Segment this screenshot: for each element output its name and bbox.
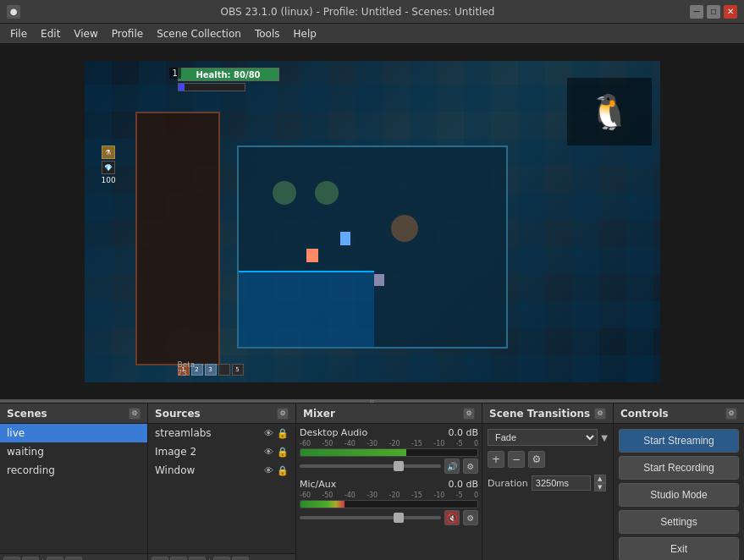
source-icons-image2: 👁 🔒 bbox=[264, 447, 289, 458]
transitions-select-row: Fade Cut Swipe Slide ▼ bbox=[488, 429, 608, 446]
duration-spinners: ▲ ▼ bbox=[594, 475, 606, 491]
start-recording-button[interactable]: Start Recording bbox=[619, 456, 739, 480]
mic-meter-fill bbox=[300, 501, 344, 508]
settings-button[interactable]: Settings bbox=[619, 510, 739, 534]
transitions-content: Fade Cut Swipe Slide ▼ + − ⚙ Duration ▲ … bbox=[482, 424, 613, 560]
desktop-audio-header: Desktop Audio 0.0 dB bbox=[300, 427, 478, 438]
scene-item-waiting[interactable]: waiting bbox=[0, 442, 147, 461]
menu-profile[interactable]: Profile bbox=[105, 26, 150, 41]
room-side bbox=[135, 112, 220, 365]
mic-mute-btn[interactable]: 🔇 bbox=[444, 510, 460, 525]
transitions-add-button[interactable]: + bbox=[488, 451, 504, 468]
transitions-dropdown-icon: ▼ bbox=[601, 433, 608, 442]
menu-file[interactable]: File bbox=[3, 26, 34, 41]
duration-input[interactable] bbox=[532, 475, 591, 491]
scenes-add-button[interactable]: + bbox=[3, 557, 20, 560]
room-main bbox=[237, 145, 508, 349]
source-lock-icon-2[interactable]: 🔒 bbox=[277, 447, 289, 458]
scenes-config-icon[interactable]: ⚙ bbox=[129, 408, 141, 420]
controls-panel-header: Controls ⚙ bbox=[614, 404, 744, 424]
menu-edit[interactable]: Edit bbox=[34, 26, 67, 41]
scenes-remove-button[interactable]: − bbox=[22, 557, 39, 560]
transitions-panel-icons: ⚙ bbox=[594, 408, 606, 420]
desktop-audio-btn[interactable]: 🔊 bbox=[444, 458, 460, 474]
desktop-fader: 🔊 ⚙ bbox=[300, 458, 478, 474]
scenes-title: Scenes bbox=[7, 408, 47, 420]
transitions-actions: + − ⚙ bbox=[488, 451, 608, 468]
sources-down-button[interactable]: ∨ bbox=[232, 557, 249, 560]
mixer-config-icon[interactable]: ⚙ bbox=[463, 408, 475, 420]
scenes-panel: Scenes ⚙ live waiting recording + − ∧ ∨ bbox=[0, 404, 148, 560]
source-item-image2[interactable]: Image 2 👁 🔒 bbox=[148, 442, 295, 461]
transitions-panel: Scene Transitions ⚙ Fade Cut Swipe Slide… bbox=[482, 404, 614, 560]
close-button[interactable]: ✕ bbox=[724, 5, 737, 19]
desktop-settings-btn[interactable]: ⚙ bbox=[463, 458, 478, 474]
mic-aux-db: 0.0 dB bbox=[448, 479, 478, 490]
duration-up-button[interactable]: ▲ bbox=[594, 475, 606, 483]
source-name-image2: Image 2 bbox=[155, 446, 264, 458]
menu-view[interactable]: View bbox=[67, 26, 104, 41]
start-streaming-button[interactable]: Start Streaming bbox=[619, 429, 739, 453]
transitions-remove-button[interactable]: − bbox=[508, 451, 525, 468]
controls-config-icon[interactable]: ⚙ bbox=[725, 408, 737, 420]
controls-panel-icons: ⚙ bbox=[725, 408, 737, 420]
source-lock-icon-3[interactable]: 🔒 bbox=[277, 465, 289, 476]
mic-aux-name: Mic/Aux bbox=[300, 479, 336, 490]
mic-settings-btn[interactable]: ⚙ bbox=[463, 510, 478, 525]
studio-mode-button[interactable]: Studio Mode bbox=[619, 483, 739, 507]
transitions-config-button[interactable]: ⚙ bbox=[528, 451, 545, 468]
scenes-up-button[interactable]: ∧ bbox=[47, 557, 63, 560]
source-eye-icon-3[interactable]: 👁 bbox=[264, 465, 273, 476]
transitions-select[interactable]: Fade Cut Swipe Slide bbox=[488, 429, 598, 446]
sources-settings-button[interactable]: ⚙ bbox=[189, 557, 206, 560]
mixer-title: Mixer bbox=[303, 408, 335, 420]
scenes-down-button[interactable]: ∨ bbox=[65, 557, 82, 560]
sources-title: Sources bbox=[155, 408, 201, 420]
transitions-title: Scene Transitions bbox=[489, 408, 590, 420]
menu-help[interactable]: Help bbox=[286, 26, 322, 41]
scenes-toolbar: + − ∧ ∨ bbox=[0, 553, 147, 560]
desktop-audio-db: 0.0 dB bbox=[448, 427, 478, 438]
duration-down-button[interactable]: ▼ bbox=[594, 483, 606, 491]
exit-button[interactable]: Exit bbox=[619, 537, 739, 560]
menu-tools[interactable]: Tools bbox=[248, 26, 287, 41]
source-name-window: Window bbox=[155, 464, 264, 476]
desktop-fader-thumb[interactable] bbox=[394, 461, 404, 471]
source-eye-icon[interactable]: 👁 bbox=[264, 428, 273, 439]
titlebar: ● OBS 23.1.0 (linux) - Profile: Untitled… bbox=[0, 0, 744, 24]
game-canvas: Health: 80/80 1 ⚗ 💎 100 🐧 1 2 3 5 Beta 7… bbox=[85, 61, 660, 382]
scenes-panel-icons: ⚙ bbox=[129, 408, 141, 420]
source-item-window[interactable]: Window 👁 🔒 bbox=[148, 461, 295, 480]
transitions-config-icon[interactable]: ⚙ bbox=[594, 408, 606, 420]
hud-level: 1 bbox=[169, 68, 181, 79]
source-eye-icon-2[interactable]: 👁 bbox=[264, 447, 273, 458]
sources-remove-button[interactable]: − bbox=[170, 557, 187, 560]
minimize-button[interactable]: ─ bbox=[690, 5, 703, 19]
bottom-panels: Scenes ⚙ live waiting recording + − ∧ ∨ … bbox=[0, 403, 744, 560]
source-icons-window: 👁 🔒 bbox=[264, 465, 289, 476]
sources-up-button[interactable]: ∧ bbox=[213, 557, 230, 560]
sources-panel: Sources ⚙ streamlabs 👁 🔒 Image 2 👁 🔒 bbox=[148, 404, 296, 560]
mixer-channel-mic: Mic/Aux 0.0 dB -60-50-40-30-20-15-10-50 … bbox=[300, 479, 478, 525]
sources-add-button[interactable]: + bbox=[152, 557, 168, 560]
window-title: OBS 23.1.0 (linux) - Profile: Untitled -… bbox=[25, 6, 690, 18]
scene-item-recording[interactable]: recording bbox=[0, 461, 147, 480]
menu-scene-collection[interactable]: Scene Collection bbox=[150, 26, 248, 41]
sources-panel-icons: ⚙ bbox=[277, 408, 289, 420]
mic-meter-scale: -60-50-40-30-20-15-10-50 bbox=[300, 491, 478, 499]
maximize-button[interactable]: □ bbox=[707, 5, 720, 19]
source-item-streamlabs[interactable]: streamlabs 👁 🔒 bbox=[148, 424, 295, 442]
mic-fader-thumb[interactable] bbox=[394, 513, 404, 523]
scene-item-live[interactable]: live bbox=[0, 424, 147, 442]
preview-logo: 🐧 bbox=[567, 78, 652, 145]
sources-list: streamlabs 👁 🔒 Image 2 👁 🔒 Window 👁 🔒 bbox=[148, 424, 295, 553]
controls-panel: Controls ⚙ Start Streaming Start Recordi… bbox=[614, 404, 744, 560]
app-icon: ● bbox=[7, 5, 20, 19]
sources-config-icon[interactable]: ⚙ bbox=[277, 408, 289, 420]
mic-meter bbox=[300, 500, 478, 508]
mic-fader: 🔇 ⚙ bbox=[300, 510, 478, 525]
scenes-panel-header: Scenes ⚙ bbox=[0, 404, 147, 424]
source-lock-icon[interactable]: 🔒 bbox=[277, 428, 289, 439]
mic-fader-track[interactable] bbox=[300, 516, 441, 519]
desktop-fader-track[interactable] bbox=[300, 464, 441, 468]
